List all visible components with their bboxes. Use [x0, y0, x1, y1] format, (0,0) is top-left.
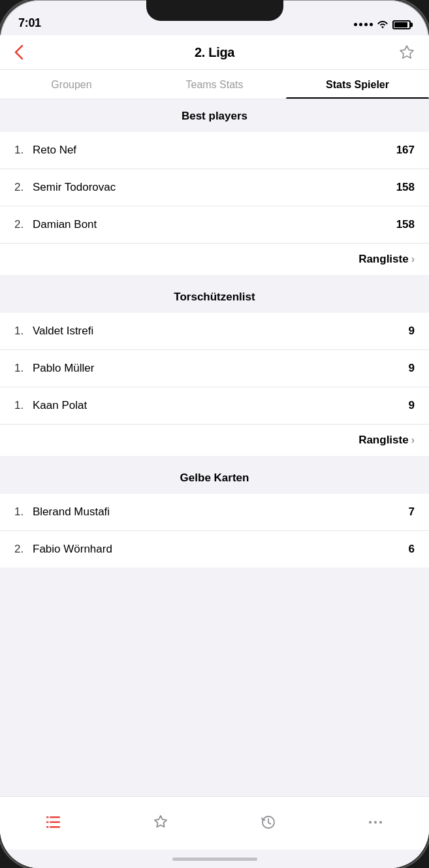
player-row: 2. Fabio Wörnhard 6 [0, 531, 429, 568]
signal-dot-4 [370, 23, 373, 26]
favorite-button[interactable] [394, 44, 415, 60]
signal-dot-1 [354, 23, 357, 26]
wifi-icon [377, 19, 389, 30]
rangliste-link-torschutzenlist[interactable]: Rangliste › [358, 434, 415, 447]
rank: 1. [14, 325, 33, 338]
section-gelbe-karten-body: 1. Blerand Mustafi 7 2. Fabio Wörnhard 6 [0, 494, 429, 568]
signal-dot-3 [364, 23, 368, 26]
signal-dot-2 [359, 23, 362, 26]
svg-rect-1 [50, 821, 60, 823]
rangliste-row-best-players: Rangliste › [0, 244, 429, 275]
player-name: Fabio Wörnhard [33, 543, 409, 556]
battery-fill [394, 22, 407, 27]
player-score: 9 [409, 325, 415, 338]
player-name: Kaan Polat [33, 399, 409, 412]
more-icon [367, 814, 384, 835]
player-name: Reto Nef [33, 144, 396, 157]
bottom-tab-bar [0, 796, 429, 850]
tab-groupen[interactable]: Groupen [0, 70, 143, 99]
player-name: Semir Todorovac [33, 181, 396, 194]
rangliste-row-torschutzenlist: Rangliste › [0, 425, 429, 456]
rank: 1. [14, 144, 33, 157]
bottom-tab-more[interactable] [322, 814, 429, 840]
player-row: 1. Pablo Müller 9 [0, 350, 429, 387]
nav-header: 2. Liga [0, 35, 429, 70]
player-row: 1. Kaan Polat 9 [0, 387, 429, 425]
chevron-right-icon: › [411, 253, 415, 265]
history-icon [260, 814, 277, 835]
rangliste-label: Rangliste [358, 253, 409, 266]
player-name: Valdet Istrefi [33, 325, 409, 338]
section-torschutzenlist-title: Torschützenlist [14, 291, 415, 304]
home-indicator-bar [172, 858, 257, 861]
rank: 2. [14, 181, 33, 194]
svg-rect-3 [46, 816, 49, 818]
section-torschutzenlist-header: Torschützenlist [0, 280, 429, 313]
player-score: 158 [396, 218, 415, 231]
rangliste-label: Rangliste [358, 434, 409, 447]
rangliste-link-best-players[interactable]: Rangliste › [358, 253, 415, 266]
section-torschutzenlist: Torschützenlist 1. Valdet Istrefi 9 1. P… [0, 280, 429, 456]
player-score: 167 [396, 144, 415, 157]
tab-stats-spieler[interactable]: Stats Spieler [286, 70, 429, 99]
player-score: 6 [409, 543, 415, 556]
nav-title: 2. Liga [195, 45, 234, 60]
bottom-tab-history[interactable] [215, 814, 322, 840]
svg-rect-5 [46, 826, 49, 828]
phone-frame: 7:01 [0, 0, 429, 868]
section-torschutzenlist-body: 1. Valdet Istrefi 9 1. Pablo Müller 9 1.… [0, 313, 429, 456]
bottom-padding [0, 568, 429, 581]
section-gelbe-karten-header: Gelbe Karten [0, 461, 429, 494]
rank: 1. [14, 399, 33, 412]
list-icon [45, 815, 62, 833]
svg-point-8 [374, 821, 377, 824]
rank: 2. [14, 218, 33, 231]
player-name: Blerand Mustafi [33, 506, 409, 519]
tab-bar: Groupen Teams Stats Stats Spieler [0, 70, 429, 99]
player-score: 7 [409, 506, 415, 519]
player-score: 158 [396, 181, 415, 194]
svg-rect-0 [50, 816, 60, 818]
screen: 2. Liga Groupen Teams Stats Stats Spiele… [0, 35, 429, 868]
status-time: 7:01 [18, 16, 41, 30]
player-score: 9 [409, 362, 415, 375]
star-icon [152, 814, 169, 835]
player-row: 1. Reto Nef 167 [0, 132, 429, 169]
section-gelbe-karten-title: Gelbe Karten [14, 472, 415, 485]
player-name: Pablo Müller [33, 362, 409, 375]
back-button[interactable] [14, 44, 35, 60]
section-gelbe-karten: Gelbe Karten 1. Blerand Mustafi 7 2. Fab… [0, 461, 429, 568]
svg-rect-2 [50, 826, 60, 828]
player-name: Damian Bont [33, 218, 396, 231]
section-best-players-body: 1. Reto Nef 167 2. Semir Todorovac 158 2… [0, 132, 429, 275]
player-score: 9 [409, 399, 415, 412]
section-divider-1 [0, 275, 429, 280]
bottom-tab-list[interactable] [0, 815, 107, 839]
bottom-tab-favorites[interactable] [107, 814, 214, 840]
player-row: 2. Damian Bont 158 [0, 206, 429, 244]
home-indicator [0, 850, 429, 868]
battery-icon [392, 20, 411, 29]
notch [146, 0, 283, 21]
section-best-players-title: Best players [14, 110, 415, 123]
section-best-players-header: Best players [0, 99, 429, 132]
svg-point-7 [369, 821, 372, 824]
player-row: 1. Valdet Istrefi 9 [0, 313, 429, 350]
player-row: 2. Semir Todorovac 158 [0, 169, 429, 206]
status-icons [354, 19, 411, 30]
rank: 1. [14, 362, 33, 375]
svg-point-9 [379, 821, 382, 824]
tab-teams-stats[interactable]: Teams Stats [143, 70, 286, 99]
content-area: Best players 1. Reto Nef 167 2. Semir To… [0, 99, 429, 796]
svg-rect-4 [46, 821, 49, 823]
section-divider-2 [0, 456, 429, 461]
rank: 1. [14, 506, 33, 519]
player-row: 1. Blerand Mustafi 7 [0, 494, 429, 531]
signal-dots [354, 23, 373, 26]
rank: 2. [14, 543, 33, 556]
chevron-right-icon: › [411, 434, 415, 446]
section-best-players: Best players 1. Reto Nef 167 2. Semir To… [0, 99, 429, 275]
